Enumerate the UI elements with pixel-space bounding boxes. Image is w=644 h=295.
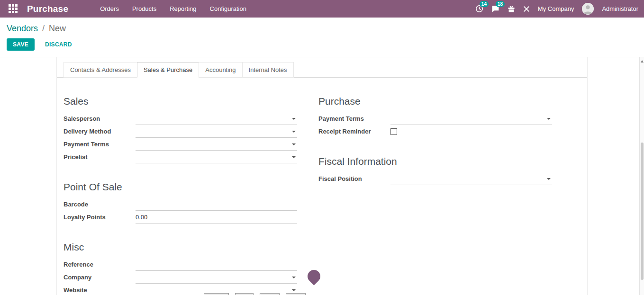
fiscal-section-title: Fiscal Information (318, 156, 552, 167)
loyalty-points-field[interactable]: 0.00 (136, 211, 297, 223)
caret-down-icon (292, 131, 296, 133)
field-row: Company (63, 271, 297, 284)
barcode-label: Barcode (63, 201, 136, 208)
form-sheet: Contacts & Addresses Sales & Purchase Ac… (56, 57, 588, 295)
caret-down-icon (547, 118, 551, 120)
user-menu[interactable]: Administrator (602, 5, 638, 12)
barcode-field[interactable] (136, 198, 297, 211)
sales-section-title: Sales (63, 96, 297, 107)
caret-down-icon (292, 143, 296, 145)
receipt-reminder-field (390, 125, 552, 138)
purchase-payment-terms-label: Payment Terms (318, 115, 390, 122)
app-title[interactable]: Purchase (27, 4, 68, 14)
field-row: Pricelist (63, 151, 297, 163)
delivery-method-label: Delivery Method (63, 128, 136, 135)
receipt-reminder-checkbox[interactable] (390, 128, 397, 135)
field-row: Barcode (63, 198, 297, 211)
delivery-method-field[interactable] (136, 125, 297, 138)
sales-payment-terms-field[interactable] (136, 138, 297, 151)
messages-icon[interactable]: 18 (491, 5, 499, 13)
menu-orders[interactable]: Orders (95, 0, 124, 17)
sales-payment-terms-label: Payment Terms (63, 141, 136, 148)
pricelist-label: Pricelist (63, 153, 136, 161)
save-button[interactable]: SAVE (7, 38, 35, 51)
main-menu: Orders Products Reporting Configuration (95, 0, 252, 17)
user-avatar[interactable] (582, 3, 594, 15)
tab-contacts-addresses[interactable]: Contacts & Addresses (63, 62, 137, 78)
left-column: Sales Salesperson Delivery Method (63, 78, 297, 295)
tab-sales-purchase[interactable]: Sales & Purchase (137, 62, 199, 78)
menu-products[interactable]: Products (127, 0, 162, 17)
menu-configuration[interactable]: Configuration (205, 0, 252, 17)
messages-badge: 18 (496, 1, 505, 7)
caret-down-icon (292, 277, 296, 278)
company-label: Company (63, 274, 136, 281)
field-row: Delivery Method (63, 125, 297, 138)
tab-internal-notes[interactable]: Internal Notes (242, 62, 294, 78)
top-navbar: Purchase Orders Products Reporting Confi… (0, 0, 644, 18)
activities-icon[interactable]: 14 (475, 5, 483, 13)
company-field[interactable] (136, 271, 297, 284)
tools-icon[interactable] (523, 6, 530, 12)
caret-down-icon (292, 118, 296, 120)
systray: 14 18 My Company (475, 3, 638, 15)
breadcrumb: Vendors / New (7, 23, 637, 34)
vertical-scrollbar[interactable] (639, 57, 644, 295)
scrollbar-thumb[interactable] (641, 143, 644, 280)
field-row: Salesperson (63, 112, 297, 125)
receipt-reminder-label: Receipt Reminder (318, 128, 390, 135)
field-row: Reference (63, 258, 297, 271)
misc-section-title: Misc (63, 241, 297, 253)
loyalty-points-label: Loyalty Points (63, 214, 136, 221)
field-row: Payment Terms (63, 138, 297, 151)
field-row: Payment Terms (318, 112, 552, 125)
discard-button[interactable]: DISCARD (41, 38, 76, 51)
clipped-widget (204, 293, 229, 295)
breadcrumb-current: New (49, 24, 66, 33)
field-row: Fiscal Position (318, 172, 552, 185)
breadcrumb-separator: / (40, 24, 46, 33)
website-label: Website (63, 286, 136, 294)
caret-down-icon (292, 289, 296, 291)
clipped-widget (235, 293, 254, 295)
right-column: Purchase Payment Terms Receipt Reminder … (318, 78, 552, 295)
notebook-tabs: Contacts & Addresses Sales & Purchase Ac… (57, 57, 587, 78)
control-panel: Vendors / New SAVE DISCARD (0, 18, 644, 57)
menu-reporting[interactable]: Reporting (164, 0, 201, 17)
clipped-widget (286, 293, 306, 295)
clipped-widget-row (204, 293, 306, 295)
breadcrumb-vendors[interactable]: Vendors (7, 24, 38, 33)
field-row: Receipt Reminder (318, 125, 552, 138)
form-view: Contacts & Addresses Sales & Purchase Ac… (0, 57, 644, 295)
caret-down-icon (547, 178, 551, 180)
purchase-section-title: Purchase (318, 96, 552, 107)
apps-grid-icon[interactable] (9, 4, 18, 13)
gift-icon[interactable] (508, 5, 515, 13)
purchase-payment-terms-field[interactable] (390, 112, 552, 125)
reference-label: Reference (63, 261, 136, 268)
reference-field[interactable] (136, 258, 297, 271)
pricelist-field[interactable] (136, 151, 297, 163)
caret-down-icon (292, 156, 296, 158)
salesperson-field[interactable] (136, 112, 297, 125)
clipped-widget (260, 293, 280, 295)
activities-badge: 14 (480, 1, 489, 7)
fiscal-position-label: Fiscal Position (318, 175, 390, 182)
fiscal-position-field[interactable] (390, 172, 552, 185)
scroll-up-arrow-icon[interactable] (641, 60, 644, 63)
field-row: Loyalty Points 0.00 (63, 211, 297, 223)
pos-section-title: Point Of Sale (63, 181, 297, 193)
company-switcher[interactable]: My Company (538, 5, 574, 12)
tab-accounting[interactable]: Accounting (199, 62, 242, 78)
salesperson-label: Salesperson (63, 115, 136, 122)
